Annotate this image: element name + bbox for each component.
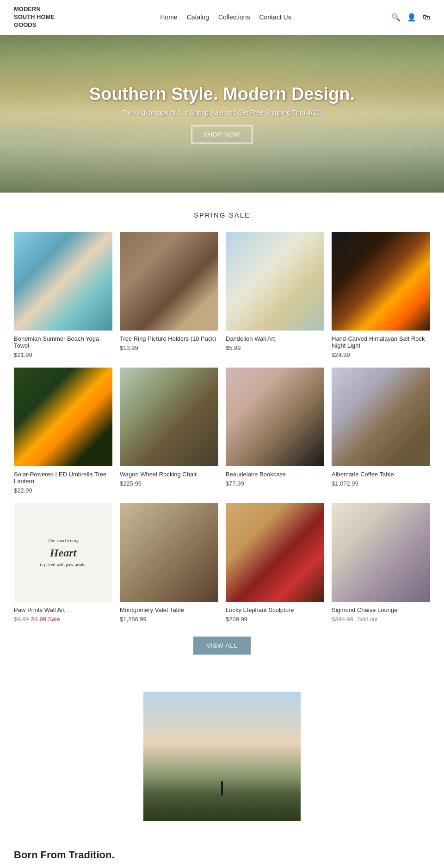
product-image <box>332 368 430 466</box>
product-image <box>332 232 430 331</box>
banner-section <box>0 692 444 835</box>
product-name: Wagon Wheel Rocking Chair <box>120 471 218 478</box>
header-icons: 🔍 👤 🛍 <box>391 13 430 22</box>
site-logo[interactable]: MODERN SOUTH HOME GOODS <box>14 6 60 29</box>
product-price: $225.99 <box>120 480 218 487</box>
product-price: $22.99 <box>14 487 112 494</box>
product-name: Albemarle Coffee Table <box>332 471 430 478</box>
banner-image <box>143 692 301 821</box>
original-price: $9.99 <box>14 616 29 623</box>
product-image <box>226 368 324 466</box>
hero-subtext: Take Advantage of Our Spring Sale and Ge… <box>89 109 355 116</box>
sold-out-label: Sold out <box>356 616 377 623</box>
product-name: Bohemian Summer Beach Yoga Towel <box>14 335 112 349</box>
view-all-container: VIEW ALL <box>14 637 430 655</box>
hero-section: Southern Style. Modern Design. Take Adva… <box>0 35 444 193</box>
nav-collections[interactable]: Collections <box>218 13 250 21</box>
nav-catalog[interactable]: Catalog <box>187 13 209 21</box>
product-price: $9.99$4.99 Sale <box>14 616 112 623</box>
product-name: Sigmund Chaise Lounge <box>332 606 430 613</box>
product-price: $1,286.99 <box>120 616 218 623</box>
product-image <box>14 368 112 466</box>
product-name: Hand-Carved Himalayan Salt Rock Night Li… <box>332 335 430 349</box>
view-all-button[interactable]: VIEW ALL <box>193 637 250 655</box>
product-price: $1,072.99 <box>332 480 430 487</box>
regular-price: $77.99 <box>226 480 244 487</box>
product-name: Lucky Elephant Sculpture <box>226 606 324 613</box>
regular-price: $13.99 <box>120 344 138 351</box>
regular-price: $22.99 <box>14 487 32 494</box>
product-image: The road to my Heart is paved with paw p… <box>14 503 112 602</box>
cart-icon[interactable]: 🛍 <box>423 13 430 21</box>
product-card[interactable]: Solar-Powered LED Umbrella Tree Lantern$… <box>14 368 112 494</box>
regular-price: $225.99 <box>120 480 142 487</box>
hero-content: Southern Style. Modern Design. Take Adva… <box>89 84 355 144</box>
main-nav: Home Catalog Collections Contact Us <box>160 13 291 21</box>
product-card[interactable]: Wagon Wheel Rocking Chair$225.99 <box>120 368 218 494</box>
born-section: Born From Tradition. We may be inspired … <box>0 835 444 868</box>
product-card[interactable]: The road to my Heart is paved with paw p… <box>14 503 112 623</box>
regular-price: $21.99 <box>14 351 32 358</box>
nav-home[interactable]: Home <box>160 13 177 21</box>
product-card[interactable]: Beaudelaire Bookcase$77.99 <box>226 368 324 494</box>
product-grid: Bohemian Summer Beach Yoga Towel$21.99Tr… <box>14 232 430 623</box>
original-price: $344.99 <box>332 616 353 623</box>
product-image <box>226 503 324 602</box>
paw-art: The road to my Heart is paved with paw p… <box>35 532 91 573</box>
regular-price: $24.99 <box>332 351 350 358</box>
regular-price: $1,286.99 <box>120 616 147 623</box>
product-name: Paw Prints Wall Art <box>14 606 112 613</box>
product-price: $209.99 <box>226 616 324 623</box>
product-image <box>120 232 218 331</box>
product-image <box>332 503 430 602</box>
product-image <box>120 368 218 466</box>
shop-now-button[interactable]: SHOP NOW <box>191 125 253 144</box>
product-price: $344.99 Sold out <box>332 616 430 623</box>
regular-price: $1,072.99 <box>332 480 358 487</box>
product-card[interactable]: Albemarle Coffee Table$1,072.99 <box>332 368 430 494</box>
product-price: $77.99 <box>226 480 324 487</box>
product-price: $24.99 <box>332 351 430 358</box>
product-card[interactable]: Lucky Elephant Sculpture$209.99 <box>226 503 324 623</box>
hero-headline: Southern Style. Modern Design. <box>89 84 355 104</box>
product-card[interactable]: Bohemian Summer Beach Yoga Towel$21.99 <box>14 232 112 358</box>
product-image <box>226 232 324 331</box>
sale-price: $4.99 Sale <box>31 616 60 623</box>
product-card[interactable]: Dandelion Wall Art$5.99 <box>226 232 324 358</box>
product-name: Montgomery Valet Table <box>120 606 218 613</box>
product-card[interactable]: Hand-Carved Himalayan Salt Rock Night Li… <box>332 232 430 358</box>
search-icon[interactable]: 🔍 <box>391 13 401 22</box>
spring-sale-section: SPRING SALE Bohemian Summer Beach Yoga T… <box>0 193 444 692</box>
product-card[interactable]: Montgomery Valet Table$1,286.99 <box>120 503 218 623</box>
product-image <box>120 503 218 602</box>
born-heading: Born From Tradition. <box>14 849 430 861</box>
product-name: Dandelion Wall Art <box>226 335 324 342</box>
site-header: MODERN SOUTH HOME GOODS Home Catalog Col… <box>0 0 444 35</box>
product-card[interactable]: Sigmund Chaise Lounge$344.99 Sold out <box>332 503 430 623</box>
product-image <box>14 232 112 331</box>
product-name: Solar-Powered LED Umbrella Tree Lantern <box>14 471 112 485</box>
spring-sale-title: SPRING SALE <box>14 211 430 219</box>
product-price: $5.99 <box>226 344 324 351</box>
product-name: Tree Ring Picture Holders (10 Pack) <box>120 335 218 342</box>
product-card[interactable]: Tree Ring Picture Holders (10 Pack)$13.9… <box>120 232 218 358</box>
product-price: $21.99 <box>14 351 112 358</box>
regular-price: $209.99 <box>226 616 247 623</box>
account-icon[interactable]: 👤 <box>407 13 416 22</box>
regular-price: $5.99 <box>226 344 241 351</box>
nav-contact[interactable]: Contact Us <box>259 13 291 21</box>
product-price: $13.99 <box>120 344 218 351</box>
product-name: Beaudelaire Bookcase <box>226 471 324 478</box>
